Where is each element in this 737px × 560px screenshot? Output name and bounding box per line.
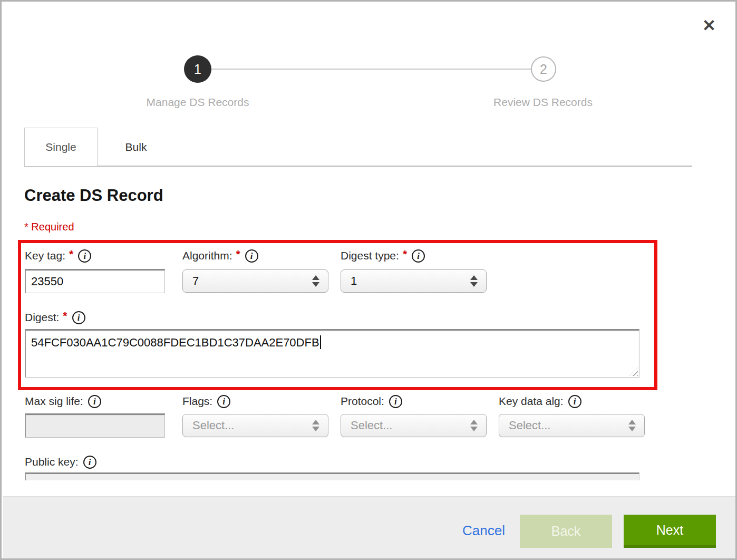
info-icon[interactable]: [389, 395, 402, 408]
back-button[interactable]: Back: [520, 515, 612, 548]
info-icon[interactable]: [245, 249, 258, 263]
step-1-indicator: 1: [184, 55, 211, 83]
digest-type-label-text: Digest type:: [341, 249, 399, 262]
stepper-connector-line: [198, 69, 544, 70]
key-tag-required-mark: *: [69, 248, 73, 260]
select-arrows-icon: [470, 275, 478, 287]
step-1-label: Manage DS Records: [119, 96, 277, 109]
key-tag-label-text: Key tag:: [25, 249, 65, 262]
flags-label: Flags:: [182, 393, 230, 409]
info-icon[interactable]: [83, 456, 96, 469]
info-icon[interactable]: [78, 249, 91, 263]
info-icon[interactable]: [217, 395, 230, 408]
flags-select-value: Select...: [183, 419, 312, 432]
protocol-label-text: Protocol:: [341, 395, 384, 408]
tab-bar-underline: [24, 166, 692, 167]
flags-label-text: Flags:: [182, 395, 212, 408]
public-key-label: Public key:: [25, 454, 96, 470]
step-2-label: Review DS Records: [464, 96, 622, 109]
public-key-label-text: Public key:: [25, 456, 79, 468]
tab-single[interactable]: Single: [24, 128, 98, 166]
algorithm-label: Algorithm: *: [182, 248, 258, 264]
info-icon[interactable]: [72, 311, 85, 324]
max-sig-life-input[interactable]: [25, 413, 165, 438]
protocol-select-value: Select...: [341, 419, 470, 432]
key-tag-label: Key tag: *: [25, 248, 91, 264]
flags-select[interactable]: Select...: [182, 414, 328, 437]
digest-label-text: Digest:: [25, 311, 59, 324]
step-2-indicator: 2: [531, 56, 556, 82]
select-arrows-icon: [470, 420, 478, 431]
select-arrows-icon: [312, 420, 319, 431]
digest-required-mark: *: [63, 310, 67, 322]
required-note: * Required: [24, 221, 74, 233]
key-tag-input[interactable]: [25, 269, 165, 293]
next-button[interactable]: Next: [624, 515, 716, 548]
digest-type-label: Digest type: *: [341, 248, 425, 264]
algorithm-select[interactable]: 7: [182, 269, 328, 293]
key-data-alg-label-text: Key data alg:: [499, 395, 564, 408]
select-arrows-icon: [628, 420, 636, 431]
text-cursor: [320, 335, 321, 349]
protocol-select[interactable]: Select...: [341, 414, 487, 437]
algorithm-select-value: 7: [183, 274, 312, 288]
select-arrows-icon: [312, 275, 319, 287]
info-icon[interactable]: [568, 395, 581, 408]
cancel-button[interactable]: Cancel: [462, 523, 505, 539]
digest-textarea[interactable]: 54FCF030AA1C79C0088FDEC1BD1C37DAA2E70DFB: [25, 329, 639, 378]
public-key-textarea[interactable]: [25, 472, 639, 480]
key-data-alg-label: Key data alg:: [499, 393, 581, 409]
key-data-alg-select[interactable]: Select...: [499, 414, 645, 437]
digest-type-required-mark: *: [403, 248, 407, 260]
info-icon[interactable]: [412, 249, 425, 263]
resize-handle-icon[interactable]: [629, 368, 638, 376]
create-ds-record-modal: ✕ 1 2 Manage DS Records Review DS Record…: [0, 0, 737, 560]
max-sig-life-label: Max sig life:: [25, 393, 101, 409]
protocol-label: Protocol:: [341, 393, 402, 409]
close-icon[interactable]: ✕: [697, 14, 721, 37]
algorithm-required-mark: *: [236, 248, 240, 260]
key-data-alg-select-value: Select...: [499, 419, 628, 432]
info-icon[interactable]: [88, 395, 101, 408]
tab-bulk[interactable]: Bulk: [98, 128, 174, 166]
page-title: Create DS Record: [24, 186, 163, 205]
digest-label: Digest: *: [25, 310, 85, 325]
max-sig-life-label-text: Max sig life:: [25, 395, 83, 408]
digest-type-select-value: 1: [341, 274, 470, 288]
digest-value: 54FCF030AA1C79C0088FDEC1BD1C37DAA2E70DFB: [31, 336, 319, 349]
digest-type-select[interactable]: 1: [341, 269, 487, 293]
algorithm-label-text: Algorithm:: [182, 249, 232, 262]
